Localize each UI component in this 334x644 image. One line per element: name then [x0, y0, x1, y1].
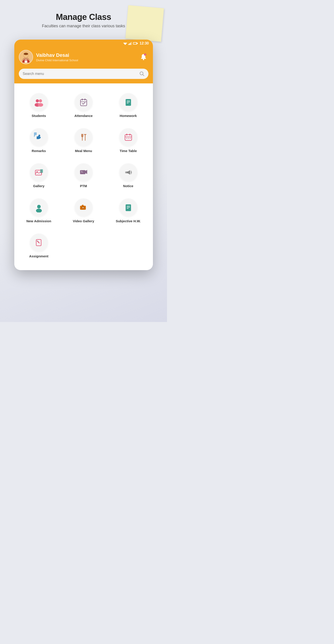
svg-marker-1 — [124, 44, 126, 45]
phone-mockup: 12:30 Vaibhav Desai Divine Child I — [14, 40, 153, 270]
svg-rect-47 — [40, 169, 43, 173]
svg-rect-42 — [126, 138, 127, 139]
video-gallery-label: Video Gallery — [73, 219, 94, 223]
search-container — [14, 69, 153, 84]
svg-rect-51 — [81, 172, 83, 172]
page-header: Manage Class Faculties can manage their … — [0, 0, 167, 35]
meal-menu-label: Meal Menu — [75, 149, 92, 153]
svg-rect-2 — [128, 44, 129, 45]
students-label: Students — [32, 114, 46, 118]
video-gallery-icon — [79, 202, 88, 212]
menu-item-meal-menu[interactable]: Meal Menu — [61, 123, 106, 158]
subjective-hw-label: Subjective H.W. — [116, 219, 141, 223]
svg-rect-63 — [126, 204, 131, 211]
svg-rect-44 — [130, 138, 131, 139]
notice-icon-circle — [120, 164, 137, 181]
app-header: Vaibhav Desai Divine Child International… — [14, 47, 153, 69]
menu-item-video-gallery[interactable]: Video Gallery — [61, 193, 106, 228]
new-admission-icon-circle — [30, 198, 48, 216]
svg-point-54 — [36, 209, 42, 212]
menu-item-remarks[interactable]: Remarks — [16, 123, 61, 158]
menu-item-gallery[interactable]: Gallery — [16, 158, 61, 193]
gallery-icon — [34, 168, 44, 177]
status-bar: 12:30 — [14, 40, 153, 47]
svg-rect-43 — [128, 138, 129, 139]
homework-icon-circle — [120, 93, 137, 111]
svg-rect-26 — [82, 98, 83, 100]
svg-rect-27 — [84, 98, 86, 100]
new-admission-icon — [34, 202, 44, 212]
ptm-icon — [79, 168, 88, 177]
bell-button[interactable]: ! — [138, 52, 148, 62]
students-icon-circle — [30, 93, 48, 111]
svg-rect-38 — [125, 134, 132, 140]
attendance-icon — [79, 97, 88, 107]
video-gallery-icon-circle — [75, 198, 92, 216]
menu-item-ptm[interactable]: PTM — [61, 158, 106, 193]
svg-marker-49 — [86, 170, 87, 174]
bell-icon: ! — [140, 53, 147, 61]
page-title: Manage Class — [4, 12, 162, 22]
svg-point-21 — [36, 99, 39, 102]
meal-menu-icon — [79, 132, 88, 142]
search-icon — [140, 71, 144, 76]
svg-rect-4 — [130, 43, 131, 45]
svg-line-20 — [143, 74, 144, 76]
signal-icon — [128, 42, 132, 45]
time-table-icon-circle — [120, 128, 137, 146]
svg-text:!: ! — [145, 54, 145, 56]
wifi-icon — [123, 42, 127, 45]
students-icon — [34, 97, 44, 107]
attendance-icon-circle — [75, 93, 92, 111]
menu-item-assignment[interactable]: Assignment — [16, 228, 61, 264]
remarks-icon — [34, 132, 44, 142]
svg-rect-39 — [126, 134, 127, 136]
avatar-image — [20, 52, 32, 62]
svg-rect-29 — [126, 99, 131, 106]
user-info: Vaibhav Desai Divine Child International… — [36, 52, 136, 62]
remarks-label: Remarks — [32, 149, 46, 153]
svg-rect-3 — [129, 44, 130, 45]
ptm-label: PTM — [80, 184, 87, 188]
search-bar[interactable] — [19, 69, 148, 79]
svg-rect-25 — [80, 100, 87, 106]
assignment-icon — [34, 238, 44, 248]
svg-point-24 — [38, 103, 43, 107]
search-input[interactable] — [23, 72, 137, 76]
svg-rect-52 — [125, 172, 126, 173]
homework-label: Homework — [120, 114, 137, 118]
menu-item-attendance[interactable]: Attendance — [61, 88, 106, 123]
svg-rect-50 — [81, 171, 82, 172]
time-table-icon — [124, 132, 133, 142]
menu-item-students[interactable]: Students — [16, 88, 61, 123]
time-table-label: Time Table — [120, 149, 137, 153]
menu-item-notice[interactable]: Notice — [106, 158, 151, 193]
svg-point-15 — [24, 53, 28, 55]
svg-rect-8 — [137, 43, 138, 44]
svg-rect-40 — [130, 134, 130, 136]
menu-item-time-table[interactable]: Time Table — [106, 123, 151, 158]
remarks-icon-circle — [30, 128, 48, 146]
attendance-label: Attendance — [74, 114, 93, 118]
notice-label: Notice — [123, 184, 134, 188]
menu-grid: Students Attendance — [16, 88, 151, 264]
svg-point-22 — [39, 99, 42, 102]
homework-icon — [124, 97, 133, 107]
menu-item-new-admission[interactable]: New Admission — [16, 193, 61, 228]
avatar — [19, 50, 33, 64]
svg-rect-7 — [134, 43, 136, 44]
svg-point-53 — [37, 205, 41, 208]
status-time: 12:30 — [140, 41, 149, 46]
notice-icon — [124, 168, 133, 177]
subjective-hw-icon — [124, 202, 133, 212]
user-name: Vaibhav Desai — [36, 52, 136, 58]
menu-item-homework[interactable]: Homework — [106, 88, 151, 123]
menu-item-subjective-hw[interactable]: Subjective H.W. — [106, 193, 151, 228]
svg-rect-61 — [82, 205, 84, 206]
gallery-icon-circle — [30, 164, 48, 181]
assignment-label: Assignment — [29, 254, 48, 258]
user-school: Divine Child International School — [36, 58, 136, 62]
assignment-icon-circle — [30, 234, 48, 252]
meal-menu-icon-circle — [75, 128, 92, 146]
gallery-label: Gallery — [33, 184, 44, 188]
